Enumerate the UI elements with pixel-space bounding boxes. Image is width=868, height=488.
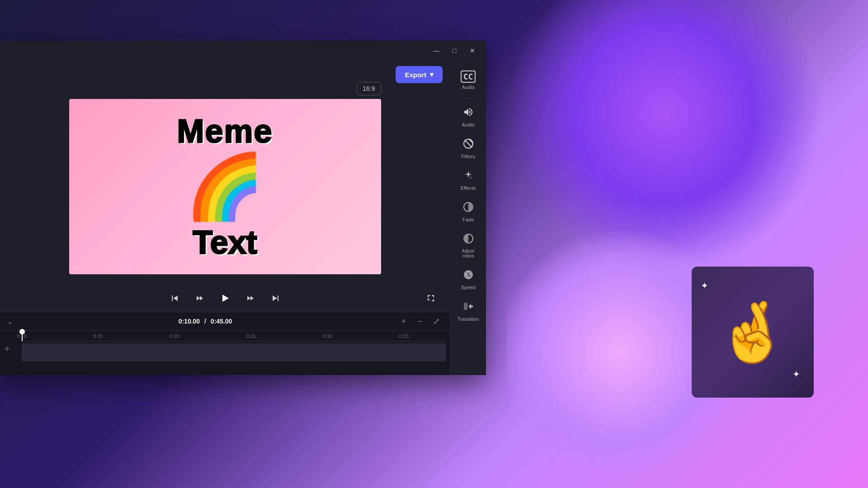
skip-back-button[interactable] [166, 290, 183, 306]
rewind-button[interactable] [192, 290, 208, 306]
sidebar-item-speed[interactable]: Speed [453, 265, 484, 295]
timeline-time-display: 0:10.00 / 0:45.00 [13, 318, 397, 325]
total-time: 0:45.00 [211, 318, 232, 325]
filters-icon [463, 138, 474, 152]
maximize-button[interactable]: □ [448, 44, 461, 57]
export-label: Export [405, 71, 426, 79]
right-sidebar: CC Audio Audio [450, 61, 486, 375]
character-emoji: 🤞 [716, 303, 789, 361]
expand-icon [426, 294, 435, 303]
ruler-mark-1: 0:15 [93, 333, 103, 339]
adjust-colors-icon [463, 233, 474, 247]
svg-rect-4 [464, 303, 467, 310]
play-icon [220, 293, 230, 303]
playhead[interactable] [22, 331, 23, 341]
video-preview-container: 16:9 Meme 🌈 Text [0, 89, 450, 285]
playback-controls [166, 285, 284, 312]
sidebar-item-effects[interactable]: Effects [453, 165, 484, 195]
sidebar-item-filters[interactable]: Filters [453, 134, 484, 164]
speed-label: Speed [461, 285, 476, 290]
captions-label: Audio [462, 84, 474, 90]
time-separator: / [204, 318, 206, 325]
sidebar-item-fade[interactable]: Fade [453, 197, 484, 227]
sidebar-item-audio[interactable]: Audio [453, 102, 484, 132]
ruler-mark-5: 0:35 [399, 333, 408, 339]
transition-label: Transition [458, 316, 479, 322]
export-button[interactable]: Export ▾ [396, 66, 443, 83]
zoom-out-button[interactable]: − [414, 315, 426, 328]
playback-controls-row [0, 285, 450, 312]
sidebar-item-transition[interactable]: Transition [453, 296, 484, 326]
rainbow-cloud-emoji: 🌈 [185, 155, 264, 218]
sparkle-icon-2: ✦ [793, 369, 800, 380]
rewind-icon [195, 293, 205, 303]
minimize-button[interactable]: — [430, 44, 443, 57]
app-window: — □ ✕ Export ▾ 16:9 [0, 41, 486, 375]
rainbow-area: 🌈 [185, 155, 264, 218]
video-canvas: Meme 🌈 Text [69, 99, 381, 274]
fade-label: Fade [462, 217, 474, 222]
ruler-mark-2: 0:20 [170, 333, 179, 339]
timeline-area: ⌄ 0:10.00 / 0:45.00 + − ⤢ + [0, 312, 450, 375]
timeline-collapse-button[interactable]: ⌄ [7, 317, 13, 326]
ruler-mark-4: 0:30 [322, 333, 332, 339]
add-track-button[interactable]: + [0, 342, 14, 356]
sidebar-item-captions[interactable]: CC Audio [453, 66, 484, 94]
skip-back-icon [170, 294, 179, 303]
effects-label: Effects [461, 185, 476, 191]
skip-forward-button[interactable] [268, 290, 284, 306]
effects-icon [463, 170, 474, 183]
audio-label: Audio [462, 122, 474, 127]
fit-timeline-button[interactable]: ⤢ [430, 315, 443, 328]
meme-subtitle-text: Text [193, 224, 257, 261]
title-bar: — □ ✕ [0, 41, 486, 61]
ruler-mark-3: 0:25 [246, 333, 255, 339]
sparkle-icon-1: ✦ [701, 280, 708, 291]
sidebar-divider-1 [459, 98, 477, 99]
meme-title-text: Meme [177, 113, 273, 150]
close-button[interactable]: ✕ [466, 44, 479, 57]
fade-icon [463, 202, 474, 215]
forward-button[interactable] [242, 290, 259, 306]
adjust-colors-label: Adjust colors [457, 249, 480, 258]
aspect-ratio-button[interactable]: 16:9 [357, 82, 381, 95]
audio-icon [463, 107, 474, 120]
play-button[interactable] [217, 290, 233, 306]
floating-character-card: ✦ 🤞 ✦ [692, 267, 814, 398]
window-controls: — □ ✕ [430, 44, 479, 57]
timeline-controls: + − ⤢ [397, 315, 443, 328]
content-area: Export ▾ 16:9 Meme 🌈 [0, 61, 486, 375]
timeline-track: + 0:10 0:15 0:20 0:25 0:30 0:35 [0, 331, 450, 367]
current-time: 0:10.00 [179, 318, 200, 325]
speed-icon [463, 269, 474, 283]
transition-icon [463, 301, 474, 314]
expand-button[interactable] [423, 290, 439, 306]
forward-icon [245, 293, 255, 303]
export-arrow-icon: ▾ [430, 70, 434, 79]
top-bar: Export ▾ [0, 61, 450, 89]
editor-main: Export ▾ 16:9 Meme 🌈 [0, 61, 450, 375]
filters-label: Filters [462, 154, 475, 159]
captions-icon: CC [461, 70, 476, 83]
track-content [22, 343, 446, 361]
zoom-in-button[interactable]: + [397, 315, 410, 328]
skip-forward-icon [271, 294, 280, 303]
timeline-ruler: 0:10 0:15 0:20 0:25 0:30 0:35 [22, 331, 446, 342]
timeline-header: ⌄ 0:10.00 / 0:45.00 + − ⤢ [0, 312, 450, 331]
sidebar-item-adjust-colors[interactable]: Adjust colors [453, 229, 484, 263]
